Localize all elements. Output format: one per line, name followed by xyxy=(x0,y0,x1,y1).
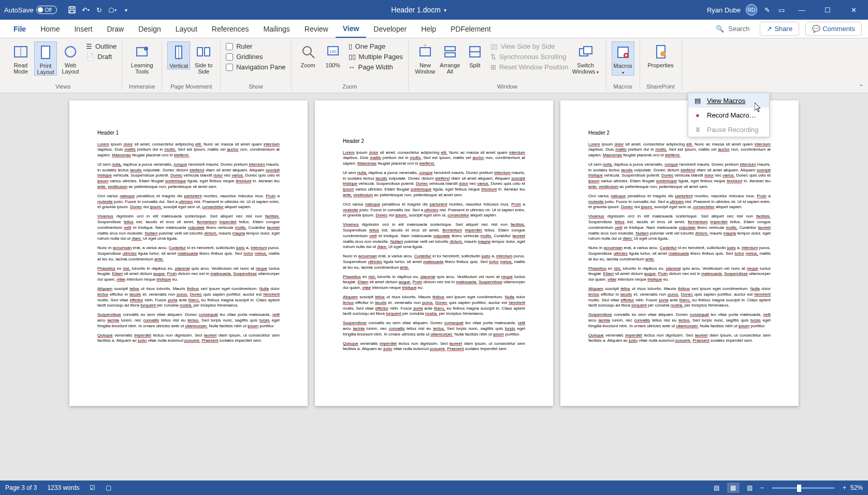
page-width-icon: ↔ xyxy=(349,63,355,71)
page-3[interactable]: Header 2Lorem ipsum dolor sit amet, cons… xyxy=(560,100,799,406)
navigation-pane-checkbox[interactable]: Navigation Pane xyxy=(226,62,285,72)
undo-icon[interactable]: ↶ ▾ xyxy=(81,5,90,14)
close-button[interactable]: ✕ xyxy=(843,2,864,18)
statusbar: Page 3 of 3 1233 words ☑ ▢ ▤ ▦ ▥ − + 52% xyxy=(0,481,868,495)
tab-home[interactable]: Home xyxy=(33,21,67,37)
chevron-down-icon[interactable]: ▾ xyxy=(444,7,446,13)
paragraph: Suspendisse convallis eu sem vitae aliqu… xyxy=(97,312,280,329)
outline-button[interactable]: ☰Outline xyxy=(86,41,117,51)
tab-draw[interactable]: Draw xyxy=(100,21,132,37)
group-macros: Macros▾ Macros xyxy=(606,40,640,91)
multiple-pages-button[interactable]: ▯▯Multiple Pages xyxy=(349,52,403,62)
page-1[interactable]: Header 1Lorem ipsum dolor sit amet, cons… xyxy=(69,100,308,406)
comments-button[interactable]: 💬Comments xyxy=(805,22,862,36)
gridlines-checkbox[interactable]: Gridlines xyxy=(226,52,285,62)
coming-soon-icon[interactable]: ✎ xyxy=(762,5,772,14)
paragraph: Ut sem nulla, dapibus a purus venenatis,… xyxy=(343,170,525,198)
group-zoom: Zoom 100100% ▯One Page ▯▯Multiple Pages … xyxy=(292,40,409,91)
search-box[interactable]: 🔍 Search xyxy=(716,25,749,33)
ribbon: Read Mode Print Layout Web Layout ☰Outli… xyxy=(0,38,868,93)
share-icon: ↗ xyxy=(766,25,772,33)
svg-point-13 xyxy=(303,47,311,55)
maximize-button[interactable]: ☐ xyxy=(817,2,838,18)
tab-design[interactable]: Design xyxy=(131,21,168,37)
paragraph: Ut sem nulla, dapibus a purus venenatis,… xyxy=(588,162,771,190)
paragraph: Phasellus ex nisl, lobortis in dapibus e… xyxy=(588,266,771,283)
zoom-level[interactable]: 52% xyxy=(850,484,863,491)
paragraph: Vivamus dignissim orci in elit malesuada… xyxy=(588,214,771,242)
macro-recording-status-icon[interactable]: ▢ xyxy=(106,484,111,491)
save-icon[interactable] xyxy=(67,5,77,14)
group-views: Read Mode Print Layout Web Layout ☰Outli… xyxy=(4,40,122,91)
paragraph: Suspendisse convallis eu sem vitae aliqu… xyxy=(343,321,525,337)
svg-point-8 xyxy=(144,47,148,51)
tab-help[interactable]: Help xyxy=(414,21,443,37)
web-layout-button[interactable]: Web Layout xyxy=(59,41,82,75)
tab-file[interactable]: File xyxy=(6,21,33,37)
pause-recording-item: ⏸Pause Recording xyxy=(688,122,769,137)
tab-developer[interactable]: Developer xyxy=(366,21,414,37)
collapse-ribbon-icon[interactable]: ⌃ xyxy=(859,83,864,91)
print-layout-button[interactable]: Print Layout xyxy=(34,41,57,76)
group-label-show: Show xyxy=(226,82,285,90)
touch-mode-icon[interactable]: ☖ ▾ xyxy=(108,5,117,14)
paragraph: Nunc in accumsan erat, a varius arcu. Cu… xyxy=(588,245,771,262)
group-label-immersive: Immersive xyxy=(127,82,156,90)
paragraph: Aliquam suscipit tellus ut risus loborti… xyxy=(343,295,525,317)
page-width-button[interactable]: ↔Page Width xyxy=(349,62,403,72)
print-layout-view-icon[interactable]: ▦ xyxy=(727,483,740,493)
tab-mailings[interactable]: Mailings xyxy=(256,21,297,37)
svg-rect-20 xyxy=(445,53,455,57)
paragraph: Aliquam suscipit tellus ut risus loborti… xyxy=(97,286,280,309)
zoom-out-button[interactable]: − xyxy=(760,484,764,491)
autosave-toggle[interactable]: AutoSave Off xyxy=(4,6,57,14)
one-page-button[interactable]: ▯One Page xyxy=(349,41,403,51)
minimize-button[interactable]: — xyxy=(791,2,812,18)
share-button[interactable]: ↗Share xyxy=(760,22,799,36)
svg-rect-2 xyxy=(70,10,74,13)
toggle-icon[interactable]: Off xyxy=(36,6,57,14)
svg-rect-12 xyxy=(205,48,210,56)
new-window-button[interactable]: +New Window xyxy=(414,41,437,75)
user-name[interactable]: Ryan Dube xyxy=(707,6,741,14)
tab-references[interactable]: References xyxy=(205,21,256,37)
redo-icon[interactable]: ↻ xyxy=(94,5,104,14)
switch-windows-button[interactable]: Switch Windows ▾ xyxy=(571,41,601,75)
zoom-100-button[interactable]: 100100% xyxy=(322,41,344,68)
ruler-checkbox[interactable]: Ruler xyxy=(226,41,285,51)
tab-layout[interactable]: Layout xyxy=(168,21,205,37)
document-area[interactable]: Header 1Lorem ipsum dolor sit amet, cons… xyxy=(0,93,868,481)
qat-customize-icon[interactable]: ▾ xyxy=(121,5,131,14)
ribbon-tabs: File HomeInsertDrawDesignLayoutReference… xyxy=(0,20,868,38)
read-mode-view-icon[interactable]: ▤ xyxy=(711,483,723,493)
macros-button[interactable]: Macros▾ xyxy=(612,41,634,76)
zoom-slider[interactable] xyxy=(772,487,834,489)
draft-button[interactable]: 📄Draft xyxy=(86,52,117,62)
split-button[interactable]: Split xyxy=(464,41,486,68)
page-indicator[interactable]: Page 3 of 3 xyxy=(5,484,37,491)
one-page-icon: ▯ xyxy=(349,42,352,50)
paragraph: Nunc in accumsan erat, a varius arcu. Cu… xyxy=(343,254,525,270)
tab-pdfelement[interactable]: PDFelement xyxy=(443,21,498,37)
macros-dropdown: ▤View Macros ●Record Macro… ⏸Pause Recor… xyxy=(688,93,770,137)
zoom-button[interactable]: Zoom xyxy=(297,41,320,68)
learning-tools-button[interactable]: Learning Tools xyxy=(127,41,156,75)
spell-check-icon[interactable]: ☑ xyxy=(90,484,95,491)
read-mode-button[interactable]: Read Mode xyxy=(9,41,32,75)
web-layout-view-icon[interactable]: ▥ xyxy=(744,483,756,493)
tab-review[interactable]: Review xyxy=(297,21,336,37)
vertical-button[interactable]: Vertical xyxy=(167,41,190,69)
tab-insert[interactable]: Insert xyxy=(67,21,99,37)
side-to-side-button[interactable]: Side to Side xyxy=(192,41,215,75)
arrange-all-button[interactable]: Arrange All xyxy=(439,41,461,75)
user-avatar[interactable]: RD xyxy=(746,4,757,16)
zoom-in-button[interactable]: + xyxy=(843,484,846,491)
tab-view[interactable]: View xyxy=(336,20,367,38)
reset-icon: ⊞ xyxy=(490,63,496,71)
page-2[interactable]: Header 2Lorem ipsum dolor sit amet, cons… xyxy=(315,100,553,406)
properties-button[interactable]: Properties xyxy=(645,41,676,68)
paragraph: Quisque venenatis imperdiet lectus non d… xyxy=(343,341,525,353)
reset-window-position-button: ⊞Reset Window Position xyxy=(490,62,569,72)
word-count[interactable]: 1233 words xyxy=(47,484,79,491)
ribbon-display-icon[interactable]: ▭ xyxy=(777,5,786,14)
